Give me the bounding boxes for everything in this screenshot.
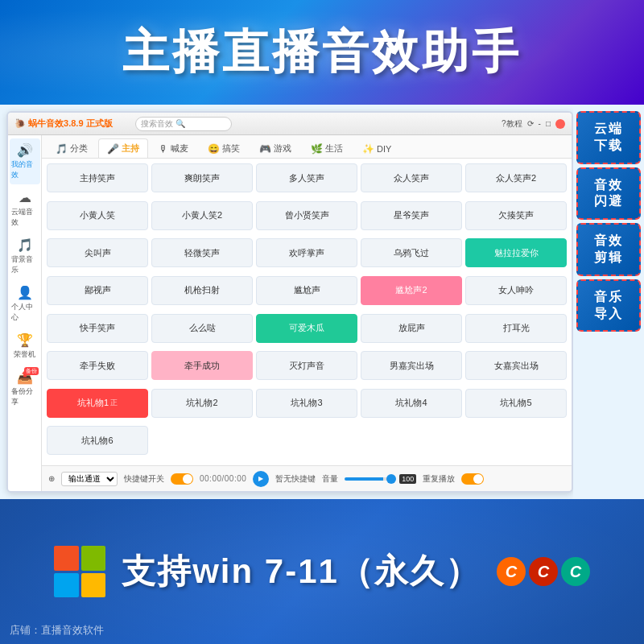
sidebar-honor-label: 荣誉机 [14,349,35,360]
sound-button-3[interactable]: 众人笑声 [361,163,462,192]
music-icon: 🎵 [17,237,33,253]
sound-button-4[interactable]: 众人笑声2 [465,163,567,192]
sound-button-27[interactable]: 灭灯声音 [256,351,357,380]
sound-button-12[interactable]: 欢呼掌声 [256,238,357,267]
top-banner: 主播直播音效助手 [0,0,644,105]
middle-section: 🐌 蜗牛音效3.8.9 正式版 搜索音效 🔍 ?教程 ⟳ - □ 🔊 我的音效 [0,105,644,499]
sound-button-20[interactable]: 快手笑声 [47,314,148,343]
tab-diy[interactable]: ✨ DIY [353,139,400,158]
win-pane-blue [54,573,79,598]
app-title: 🐌 蜗牛音效3.8.9 正式版 [14,118,113,130]
tab-game[interactable]: 🎮 游戏 [250,138,300,158]
title-bar: 🐌 蜗牛音效3.8.9 正式版 搜索音效 🔍 ?教程 ⟳ - □ [8,113,572,135]
sound-button-0[interactable]: 主持笑声 [47,163,148,192]
win-pane-green [81,546,106,571]
sidebar-item-backup[interactable]: 备份 📤 备份分享 [10,365,40,411]
play-button[interactable]: ▶ [253,471,269,487]
volume-slider[interactable] [345,477,393,481]
tab-game-label: 游戏 [274,142,291,155]
tab-category-label: 分类 [70,142,88,155]
sound-button-14[interactable]: 魅拉拉爱你 [465,238,567,267]
cloud-icon: ☁ [19,190,31,205]
sound-button-11[interactable]: 轻微笑声 [151,238,253,267]
sound-button-1[interactable]: 爽朗笑声 [151,163,253,192]
sound-button-5[interactable]: 小黄人笑 [47,201,148,230]
sound-edit-button[interactable]: 音效剪辑 [576,223,641,276]
sidebar-music-label: 背景音乐 [11,254,39,275]
cloud-download-button[interactable]: 云端下载 [576,111,641,164]
sidebar-item-profile[interactable]: 👤 个人中心 [10,281,40,327]
sound-button-22[interactable]: 可爱木瓜 [256,314,357,343]
backup-badge: 备份 [24,367,39,375]
sound-button-16[interactable]: 机枪扫射 [151,276,253,305]
sound-button-21[interactable]: 么么哒 [151,314,253,343]
sound-icon: 🔊 [17,142,33,158]
sound-button-30[interactable]: 坑礼物1正 [47,389,148,418]
host-icon: 🎤 [107,143,119,155]
close-button[interactable] [555,119,565,129]
music-import-button[interactable]: 音乐导入 [576,279,641,332]
sidebar-item-music[interactable]: 🎵 背景音乐 [10,233,40,279]
sound-button-7[interactable]: 曾小贤笑声 [256,201,357,230]
category-icon: 🎵 [56,143,68,155]
sound-button-35[interactable]: 坑礼物6 [47,426,148,455]
output-label: ⊕ [48,474,55,483]
sound-button-18[interactable]: 尴尬声2 [361,276,462,305]
tab-host[interactable]: 🎤 主持 [98,138,148,158]
sound-button-34[interactable]: 坑礼物5 [465,389,567,418]
minimize-icon[interactable]: - [539,119,541,128]
tab-funny-label: 搞笑 [222,142,240,155]
bottom-bar: ⊕ 输出通道 快捷键开关 00:00/00:00 ▶ 暂无快捷键 音量 100 … [42,465,572,491]
sidebar-my-sounds-label: 我的音效 [11,159,39,180]
sidebar-backup-label: 备份分享 [11,386,39,407]
sound-button-2[interactable]: 多人笑声 [256,163,357,192]
refresh-icon[interactable]: ⟳ [527,119,534,128]
sound-button-13[interactable]: 乌鸦飞过 [361,238,462,267]
bottom-banner: 支持win 7-11（永久） C C C 店铺：直播音效软件 [0,499,644,644]
loop-toggle[interactable] [461,473,484,485]
tab-funny[interactable]: 😄 搞笑 [199,138,249,158]
sidebar: 🔊 我的音效 ☁ 云端音效 🎵 背景音乐 👤 个人中心 🏆 荣誉机 [8,135,42,491]
tab-shout[interactable]: 🎙 喊麦 [150,138,197,158]
maximize-icon[interactable]: □ [546,119,551,128]
sidebar-cloud-label: 云端音效 [11,207,39,228]
right-sidebar: 云端下载 音效闪避 音效剪辑 音乐导入 [573,105,644,499]
sound-button-8[interactable]: 星爷笑声 [361,201,462,230]
search-box[interactable]: 搜索音效 🔍 [135,117,232,131]
c-icons: C C C [497,557,590,586]
sound-button-32[interactable]: 坑礼物3 [256,389,357,418]
sound-avoid-button[interactable]: 音效闪避 [576,167,641,221]
sound-button-25[interactable]: 牵手失败 [47,351,148,380]
help-link[interactable]: ?教程 [502,118,522,130]
sound-button-33[interactable]: 坑礼物4 [361,389,462,418]
shortcut-toggle[interactable] [171,473,193,485]
sound-button-15[interactable]: 鄙视声 [47,276,148,305]
sound-button-9[interactable]: 欠揍笑声 [465,201,567,230]
sound-button-24[interactable]: 打耳光 [465,314,567,343]
sound-button-6[interactable]: 小黄人笑2 [151,201,253,230]
game-icon: 🎮 [259,143,271,155]
sound-button-19[interactable]: 女人呻吟 [465,276,567,305]
sidebar-item-cloud[interactable]: ☁ 云端音效 [10,186,40,232]
sound-grid: 主持笑声爽朗笑声多人笑声众人笑声众人笑声2小黄人笑小黄人笑2曾小贤笑声星爷笑声欠… [42,159,572,465]
sound-button-17[interactable]: 尴尬声 [256,276,357,305]
tab-category[interactable]: 🎵 分类 [47,138,97,158]
sidebar-item-honor[interactable]: 🏆 荣誉机 [10,328,40,364]
search-label: 搜索音效 [141,118,173,130]
shout-icon: 🎙 [159,143,168,155]
sound-button-23[interactable]: 放屁声 [361,314,462,343]
output-select[interactable]: 输出通道 [61,472,118,486]
sound-button-28[interactable]: 男嘉宾出场 [361,351,462,380]
volume-value: 100 [399,474,416,484]
tab-host-label: 主持 [122,142,139,155]
sound-button-26[interactable]: 牵手成功 [151,351,253,380]
sound-button-31[interactable]: 坑礼物2 [151,389,253,418]
tab-bar: 🎵 分类 🎤 主持 🎙 喊麦 😄 搞笑 [42,135,572,159]
tab-life[interactable]: 🌿 生活 [302,138,352,158]
sidebar-item-my-sounds[interactable]: 🔊 我的音效 [10,138,40,184]
app-body: 🔊 我的音效 ☁ 云端音效 🎵 背景音乐 👤 个人中心 🏆 荣誉机 [8,135,572,491]
c-icon-1: C [497,557,526,586]
volume-thumb[interactable] [386,474,396,484]
sound-button-10[interactable]: 尖叫声 [47,238,148,267]
sound-button-29[interactable]: 女嘉宾出场 [465,351,567,380]
